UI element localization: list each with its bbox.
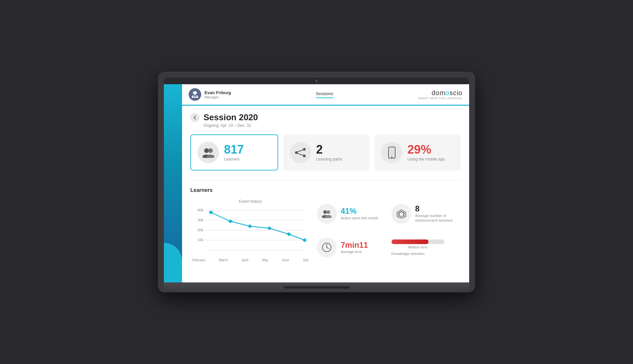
svg-point-8	[303, 148, 306, 151]
average-time-number: 7min11	[341, 241, 368, 249]
chart-label-may: May	[262, 258, 268, 262]
sidebar-decoration	[164, 243, 182, 282]
app-header: Evan Friburg Manager Sessions domoscio S…	[182, 84, 469, 106]
user-text: Evan Friburg Manager	[205, 90, 231, 99]
stat-values-learners: 817 Learners	[224, 144, 244, 162]
mobile-label: Using the mobile app	[407, 157, 445, 162]
learning-paths-icon	[290, 142, 311, 163]
screen-content: Evan Friburg Manager Sessions domoscio S…	[164, 84, 469, 282]
stat-card-learning-paths[interactable]: 2 Learning paths	[283, 134, 370, 170]
mobile-icon	[381, 142, 402, 163]
avatar	[189, 88, 201, 101]
learning-paths-label: Learning paths	[316, 157, 342, 162]
mobile-count: 29%	[407, 144, 445, 156]
clock-icon	[317, 237, 337, 257]
laptop-base	[164, 282, 469, 292]
page-body: Session 2020 Ongoing: Apr. 10 – Dec. 31	[182, 106, 469, 282]
svg-marker-27	[267, 226, 272, 230]
retention-bar-fill	[391, 239, 428, 244]
chart-label-mar: March	[219, 258, 228, 262]
average-time-values: 7min11 Average time	[341, 241, 368, 254]
session-info: Session 2020 Ongoing: Apr. 10 – Dec. 31	[204, 112, 258, 128]
chart-label-jul: July	[303, 258, 309, 262]
stat-card-mobile[interactable]: 29% Using the mobile app	[374, 134, 461, 170]
stats-row: 817 Learners	[190, 134, 461, 170]
stat-values-learning-paths: 2 Learning paths	[316, 144, 342, 162]
svg-point-9	[303, 155, 306, 157]
section-divider	[190, 180, 461, 181]
active-users-icon	[317, 204, 337, 224]
svg-line-11	[297, 153, 303, 156]
event-history-chart: 40k 30k 20k 10k	[190, 207, 310, 257]
active-users-label: Active users this month	[341, 216, 378, 220]
learners-section-title: Learners	[190, 187, 461, 193]
laptop-frame: Evan Friburg Manager Sessions domoscio S…	[158, 72, 475, 292]
nav-sessions[interactable]: Sessions	[316, 91, 333, 98]
sidebar	[164, 84, 182, 282]
svg-text:10k: 10k	[197, 238, 204, 242]
retention-title: Knowledge retention	[391, 252, 444, 256]
metric-active-users: 41% Active users this month	[317, 199, 386, 228]
svg-point-30	[323, 210, 327, 214]
page-header: Session 2020 Ongoing: Apr. 10 – Dec. 31	[190, 112, 461, 128]
chart-title: Event history	[190, 199, 310, 204]
back-button[interactable]	[190, 113, 200, 122]
svg-rect-0	[193, 91, 197, 94]
metric-average-time: 7min11 Average time	[317, 233, 386, 262]
svg-point-4	[208, 148, 213, 153]
svg-rect-13	[390, 148, 394, 156]
reinforcement-number: 8	[415, 204, 461, 213]
app-container: Evan Friburg Manager Sessions domoscio S…	[164, 84, 469, 282]
metric-knowledge-retention: Medium term Knowledge retention	[391, 233, 461, 262]
svg-rect-2	[194, 96, 196, 97]
svg-point-14	[391, 156, 392, 158]
svg-line-10	[297, 150, 303, 152]
svg-point-40	[326, 247, 327, 248]
metrics-section: 41% Active users this month	[317, 199, 461, 262]
header-nav: Sessions	[316, 91, 333, 98]
active-users-values: 41% Active users this month	[341, 207, 378, 220]
svg-marker-25	[228, 219, 233, 223]
learners-icon	[198, 142, 219, 163]
laptop-screen: Evan Friburg Manager Sessions domoscio S…	[164, 78, 469, 282]
camera-notch	[164, 78, 469, 84]
svg-text:30k: 30k	[197, 218, 204, 222]
svg-point-31	[327, 210, 330, 214]
user-name: Evan Friburg	[205, 90, 231, 95]
stat-values-mobile: 29% Using the mobile app	[407, 144, 445, 162]
learning-paths-count: 2	[316, 144, 342, 156]
svg-text:40k: 40k	[197, 208, 204, 212]
session-date: Ongoing: Apr. 10 – Dec. 31	[204, 123, 258, 128]
brand-logo: domoscio SMART DATA FOR LEARNING	[418, 89, 463, 100]
brand-name: domoscio	[431, 89, 463, 97]
svg-point-3	[204, 148, 209, 153]
learners-label: Learners	[224, 157, 244, 162]
stat-card-learners[interactable]: 817 Learners	[190, 134, 278, 170]
chart-label-feb: February	[192, 258, 205, 262]
reinforcement-label: Average number of reinforcement sessions	[415, 213, 461, 223]
svg-marker-24	[209, 210, 213, 214]
average-time-label: Average time	[341, 249, 368, 254]
main-content: Evan Friburg Manager Sessions domoscio S…	[182, 84, 469, 282]
svg-marker-26	[248, 224, 252, 228]
learners-row: Event history	[190, 199, 461, 262]
knowledge-retention-bar-group: Medium term Knowledge retention	[391, 239, 444, 256]
chart-section: Event history	[190, 199, 310, 262]
retention-bar-label: Medium term	[391, 245, 444, 249]
user-role: Manager	[205, 95, 231, 99]
svg-marker-29	[302, 238, 307, 242]
chart-label-jun: June	[282, 258, 289, 262]
session-title: Session 2020	[204, 112, 258, 123]
learners-count: 817	[224, 144, 244, 156]
chart-label-apr: April	[242, 258, 248, 262]
chart-x-labels: February March April May June July	[190, 258, 310, 262]
laptop-hinge	[283, 286, 350, 289]
reinforcement-icon	[391, 204, 411, 224]
metric-reinforcement: 8 Average number of reinforcement sessio…	[391, 199, 461, 228]
reinforcement-values: 8 Average number of reinforcement sessio…	[415, 204, 461, 223]
svg-marker-28	[287, 232, 291, 236]
svg-text:20k: 20k	[197, 228, 204, 232]
camera-dot	[316, 80, 317, 82]
brand-tagline: SMART DATA FOR LEARNING	[418, 97, 463, 100]
retention-bar-container	[391, 239, 444, 244]
